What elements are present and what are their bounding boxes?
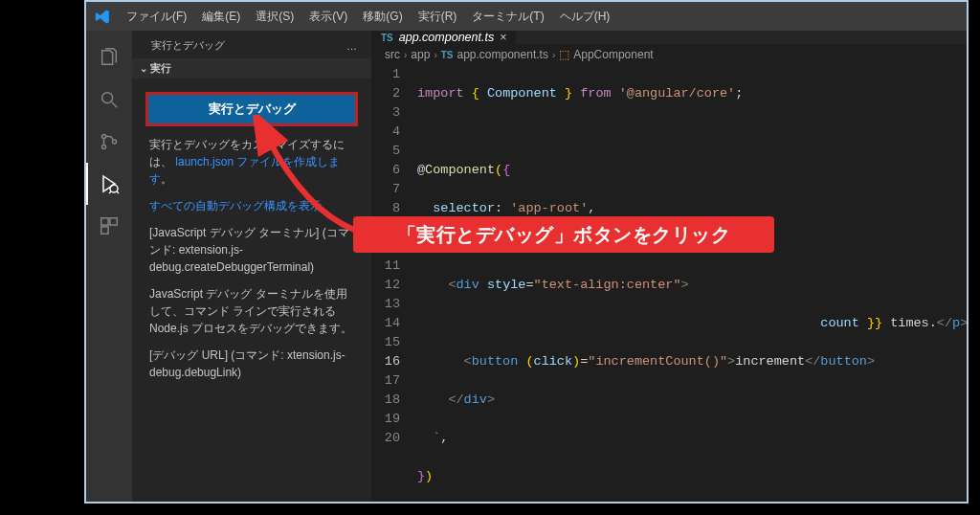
show-auto-debug-configs-link[interactable]: すべての自動デバッグ構成を表示 [149,199,322,213]
svg-rect-10 [101,218,108,225]
ab-explorer[interactable] [86,36,132,78]
svg-point-2 [101,134,105,138]
tab-app-component[interactable]: TS app.component.ts × [371,31,516,44]
svg-line-9 [117,191,119,193]
breadcrumb-src[interactable]: src [385,48,400,61]
close-tab-icon[interactable]: × [500,31,506,44]
breadcrumb-app[interactable]: app [411,48,430,61]
sidebar-jsterm-heading: [JavaScript デバッグ ターミナル] (コマンド: extension… [132,224,371,285]
code-editor[interactable]: 1234567891011121314151617181920 import {… [371,65,967,502]
menu-run[interactable]: 実行(R) [412,9,463,25]
breadcrumb-symbol[interactable]: AppComponent [573,48,653,61]
ab-search[interactable] [86,78,132,121]
tab-label: app.component.ts [399,31,494,44]
breadcrumb[interactable]: src › app › TS app.component.ts › ⬚ AppC… [371,44,967,65]
chevron-right-icon: › [434,50,436,60]
activity-bar [86,31,132,502]
menu-help[interactable]: ヘルプ(H) [554,9,616,25]
svg-point-0 [102,93,113,103]
gutter: 1234567891011121314151617181920 [371,65,413,502]
annotation-callout: 「実行とデバッグ」ボタンをクリック [353,216,774,253]
sidebar-more-icon[interactable]: … [346,40,358,52]
code-lines[interactable]: import { Component } from '@angular/core… [413,65,967,502]
chevron-right-icon: › [404,50,407,60]
menu-terminal[interactable]: ターミナル(T) [466,9,549,25]
svg-point-6 [110,185,118,192]
chevron-down-icon: ⌄ [140,63,147,74]
svg-rect-11 [110,218,117,225]
sidebar-title-label: 実行とデバッグ [151,38,225,53]
svg-line-8 [109,191,111,193]
svg-rect-12 [101,227,108,234]
menu-edit[interactable]: 編集(E) [196,9,246,25]
menu-go[interactable]: 移動(G) [357,9,408,25]
class-icon: ⬚ [559,48,569,61]
typescript-icon: TS [441,50,454,60]
svg-point-4 [112,140,116,144]
sidebar-customize-text: 実行とデバッグをカスタマイズするには、 launch.json ファイルを作成し… [132,136,371,197]
chevron-right-icon: › [552,50,555,60]
menu-selection[interactable]: 選択(S) [250,9,300,25]
tab-bar: TS app.component.ts × [371,31,967,44]
ab-extensions[interactable] [86,205,132,247]
svg-line-1 [112,102,118,108]
sidebar-debugurl-text: [デバッグ URL] (コマンド: xtension.js-debug.debu… [132,347,371,391]
sidebar-title: 実行とデバッグ … [132,31,371,58]
sidebar-section-run[interactable]: ⌄ 実行 [132,58,371,78]
svg-point-3 [101,145,105,148]
menu-file[interactable]: ファイル(F) [121,9,192,25]
typescript-icon: TS [381,33,393,43]
menubar: ファイル(F) 編集(E) 選択(S) 表示(V) 移動(G) 実行(R) ター… [86,2,967,31]
sidebar-jsterm-text: JavaScript デバッグ ターミナルを使用して、コマンド ラインで実行され… [132,285,371,347]
breadcrumb-file[interactable]: app.component.ts [457,48,548,61]
svg-marker-5 [103,176,115,191]
create-launch-json-link[interactable]: launch.json ファイルを作成します [149,155,340,186]
sidebar-run-debug: 実行とデバッグ … ⌄ 実行 実行とデバッグ 実行とデバッグをカスタマイズするに… [132,31,371,502]
ab-run-debug[interactable] [86,163,132,205]
ab-scm[interactable] [86,121,132,163]
run-and-debug-button[interactable]: 実行とデバッグ [145,92,358,126]
sidebar-auto-attach: すべての自動デバッグ構成を表示 [132,197,371,224]
editor-area: TS app.component.ts × src › app › TS app… [371,31,967,502]
menu-view[interactable]: 表示(V) [303,9,353,25]
sidebar-section-label: 実行 [150,61,171,76]
vscode-logo-icon [94,8,111,25]
